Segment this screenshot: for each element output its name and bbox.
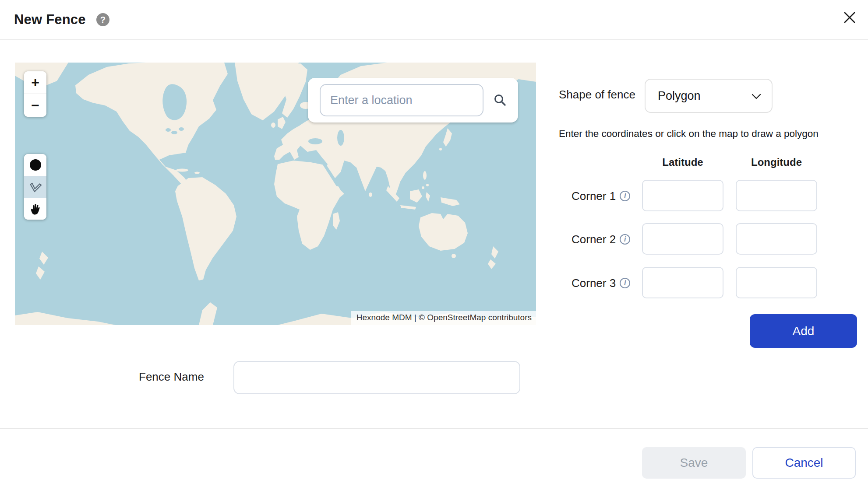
pan-tool-button[interactable] xyxy=(24,198,46,220)
coordinates-instruction: Enter the coordinates or click on the ma… xyxy=(559,128,839,140)
add-button[interactable]: Add xyxy=(750,314,857,348)
plus-icon: + xyxy=(31,74,39,91)
corner-2-longitude-input[interactable] xyxy=(736,223,817,255)
longitude-column-header: Longitude xyxy=(736,156,817,168)
draw-tools xyxy=(24,154,46,220)
close-icon xyxy=(843,11,856,24)
info-icon[interactable]: i xyxy=(620,278,630,288)
hand-icon xyxy=(29,202,42,216)
circle-icon xyxy=(29,158,42,172)
save-button[interactable]: Save xyxy=(642,447,746,479)
location-search-panel xyxy=(308,78,518,122)
map-attribution: Hexnode MDM | © OpenStreetMap contributo… xyxy=(351,311,536,325)
fence-name-label: Fence Name xyxy=(139,370,204,384)
corner-3-latitude-input[interactable] xyxy=(642,267,723,298)
corner-1-latitude-input[interactable] xyxy=(642,180,723,211)
chevron-down-icon xyxy=(752,94,761,99)
info-icon[interactable]: i xyxy=(620,234,630,245)
search-icon xyxy=(493,93,507,107)
info-icon[interactable]: i xyxy=(620,191,630,201)
fence-name-input[interactable] xyxy=(233,361,520,394)
location-search-input[interactable] xyxy=(320,84,483,116)
zoom-control: + − xyxy=(24,71,46,117)
corner-1-longitude-input[interactable] xyxy=(736,180,817,211)
minus-icon: − xyxy=(31,98,39,114)
new-fence-dialog: New Fence ? xyxy=(0,0,868,490)
footer-divider xyxy=(0,428,868,429)
dialog-header: New Fence ? xyxy=(0,0,868,40)
search-button[interactable] xyxy=(490,90,510,110)
zoom-out-button[interactable]: − xyxy=(24,94,46,117)
corner-row-2: Corner 2 i xyxy=(569,223,828,256)
corner-1-label: Corner 1 i xyxy=(572,180,630,212)
close-button[interactable] xyxy=(842,10,857,25)
map-canvas[interactable]: + − xyxy=(15,63,536,325)
shape-of-fence-select[interactable]: Polygon xyxy=(645,79,773,113)
polygon-icon xyxy=(28,181,43,194)
corner-2-latitude-input[interactable] xyxy=(642,223,723,255)
polygon-tool-button[interactable] xyxy=(24,176,46,198)
zoom-in-button[interactable]: + xyxy=(24,71,46,94)
page-title: New Fence xyxy=(14,12,86,28)
corner-3-longitude-input[interactable] xyxy=(736,267,817,298)
latitude-column-header: Latitude xyxy=(642,156,723,168)
circle-tool-button[interactable] xyxy=(24,154,46,176)
help-icon[interactable]: ? xyxy=(96,13,109,26)
corner-row-3: Corner 3 i xyxy=(569,267,828,299)
corner-2-label: Corner 2 i xyxy=(572,223,630,256)
corner-3-label: Corner 3 i xyxy=(572,267,630,299)
shape-of-fence-value: Polygon xyxy=(658,89,701,103)
corner-row-1: Corner 1 i xyxy=(569,180,828,212)
shape-of-fence-label: Shape of fence xyxy=(559,88,635,102)
cancel-button[interactable]: Cancel xyxy=(752,447,856,479)
